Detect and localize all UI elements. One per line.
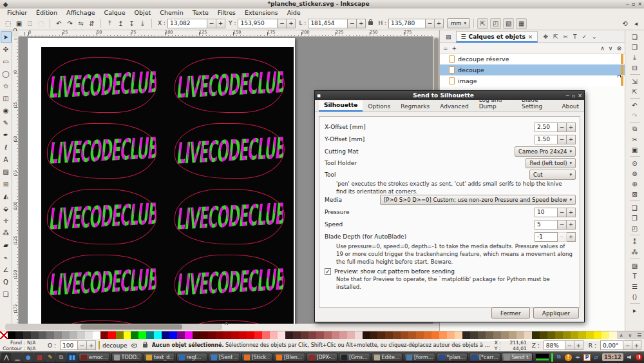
pressure-increment-button[interactable]: + [567,208,576,217]
layer-row[interactable]: image [440,75,625,86]
text-dialog-icon[interactable]: T [573,34,577,40]
color-swatch[interactable] [408,331,416,339]
zoom-decrement-button[interactable]: − [565,340,574,350]
text-tool[interactable]: A [1,153,12,166]
select-all-layers-icon[interactable]: ▣ [14,18,24,29]
node-tool[interactable]: ✣ [1,43,12,55]
color-swatch[interactable] [609,331,617,339]
fill-stroke-icon[interactable]: ▨ [629,260,641,271]
color-swatch[interactable] [262,331,270,339]
x-increment-button[interactable]: + [216,19,225,28]
x-offset-input[interactable]: 2.50 [535,123,558,132]
power-button[interactable] [635,353,643,361]
menu-item[interactable]: Texte [188,9,213,16]
flip-vertical-icon[interactable]: ⇵ [86,18,97,29]
opacity-decrement-button[interactable]: − [78,340,87,350]
color-swatch[interactable] [416,331,424,339]
color-swatch[interactable] [239,331,247,339]
color-swatch[interactable] [555,331,563,339]
color-swatch[interactable] [501,331,509,339]
horizontal-scrollbar[interactable] [5,324,222,330]
dialog-minimize-button[interactable]: ─ [566,93,569,99]
y-offset-input[interactable]: 1.50 [535,135,558,144]
task-button[interactable]: [form... [404,353,435,362]
opacity-increment-button[interactable]: + [87,340,96,350]
color-swatch[interactable] [231,331,239,339]
menu-item[interactable]: Édition [32,9,62,16]
speed-increment-button[interactable]: + [567,220,576,230]
selector-tool[interactable]: ➤ [1,31,12,43]
scale-corners-icon[interactable]: ◰ [490,18,501,29]
fermer-button[interactable]: Fermer [491,308,530,319]
remove-layer-icon[interactable]: ⊗ [616,45,621,52]
palette-menu-icon[interactable]: ☰ [637,333,641,338]
task-button[interactable]: emoc... [79,353,110,362]
color-swatch[interactable] [85,331,93,339]
menu-item[interactable]: Fichier [3,9,32,16]
x-input[interactable]: 13,082 [167,19,207,28]
calligraphy-tool[interactable]: ℓ [1,141,12,153]
layer-visibility-eye-icon[interactable] [130,342,138,349]
star-tool[interactable]: ✩ [1,80,12,92]
clock[interactable]: 15:12 [604,354,621,360]
pages-tool[interactable]: ❏ [1,288,12,300]
color-swatch[interactable] [154,331,162,339]
expand-icon[interactable]: ▸ [629,305,641,315]
color-swatch[interactable] [108,331,116,339]
lower-layer-icon[interactable]: ∨ [609,45,613,52]
pager-widget[interactable]: ▮▮ [67,353,77,362]
color-swatch[interactable] [424,331,431,339]
speed-input[interactable]: 5 [535,220,558,230]
zoom-selection-icon[interactable]: ⊕ [629,179,641,189]
color-swatch[interactable] [493,331,501,339]
color-swatch[interactable] [601,331,609,339]
zoom-drawing-icon[interactable]: ⊙ [629,158,641,168]
deselect-icon[interactable]: ⊡ [24,18,35,29]
menu-item[interactable]: Filtres [213,9,240,16]
color-swatch[interactable] [308,331,316,339]
rotation-input[interactable]: 0,00° [600,340,623,350]
task-button[interactable]: [DPX-... [307,353,338,362]
lower-icon[interactable]: ↧ [126,18,137,29]
add-layer-button[interactable]: + [452,45,457,52]
cutting-mat-dropdown[interactable]: Cameo Pro 24x24▾ [515,146,576,157]
color-swatch[interactable] [385,331,393,339]
color-swatch[interactable] [316,331,324,339]
color-swatch[interactable] [39,331,46,339]
redo-icon[interactable]: ↷ [629,110,641,121]
speed-decrement-button[interactable]: − [558,220,567,230]
svg-page[interactable]: LIVECODECLUB LIVECODECLUB LIVECODECLUB L… [28,38,295,324]
objects-dialog-icon[interactable]: ✥ [543,34,548,40]
warning-tray-icon[interactable]: ! [565,354,572,361]
height-input[interactable]: 135,780 [388,19,426,28]
color-swatch[interactable] [116,331,124,339]
scale-gradients-icon[interactable]: ▧ [503,18,514,29]
task-button[interactable]: [Blen... [274,353,305,362]
palette-scroll-down-icon[interactable]: ∨ [628,333,632,338]
scale-stroke-icon[interactable]: ⇱ [477,18,488,29]
import-icon[interactable]: ⇲ [629,76,641,86]
pencil-tool[interactable]: ✎ [1,117,12,129]
box3d-tool[interactable]: ◫ [1,92,12,104]
y-increment-button[interactable]: + [287,19,296,28]
color-swatch[interactable] [547,331,555,339]
task-button[interactable]: TODO... [111,353,143,362]
color-swatch[interactable] [324,331,332,339]
group-icon[interactable]: ⁑ [629,237,641,247]
gradient-tool[interactable]: ▨ [1,166,12,178]
color-swatch[interactable] [332,331,339,339]
task-button[interactable]: test_d... [144,353,175,362]
unlink-clone-icon[interactable]: ◰ [629,223,641,233]
x-offset-increment-button[interactable]: + [567,123,576,132]
export-icon[interactable]: ⇱ [629,86,641,97]
horizontal-scrollbar-thumb[interactable] [80,324,182,329]
color-swatch[interactable] [439,331,447,339]
scale-patterns-icon[interactable]: ▦ [516,18,527,29]
undo-icon[interactable]: ↶ [629,100,641,110]
measure-tool[interactable]: ∠ [1,264,12,276]
dropper-tool[interactable]: ◭ [1,190,12,202]
clipboard-manager-icon[interactable]: P [583,354,591,361]
color-swatch[interactable] [563,331,571,339]
raise-icon[interactable]: ↥ [115,18,126,29]
minimize-button[interactable]: ─ [626,1,629,7]
